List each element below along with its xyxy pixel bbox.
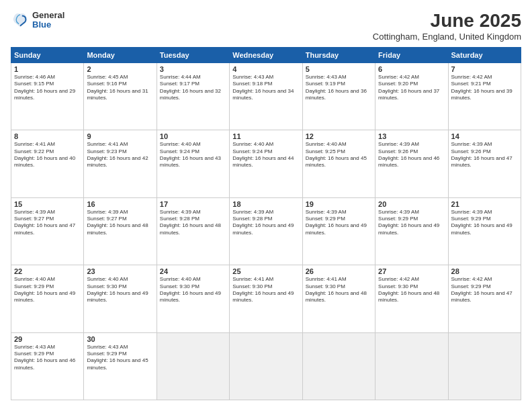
- logo-text: General Blue: [32, 11, 64, 30]
- day-number: 23: [87, 267, 153, 275]
- table-row: 29Sunrise: 4:43 AMSunset: 9:29 PMDayligh…: [11, 332, 84, 400]
- day-number: 21: [451, 200, 518, 208]
- table-row: 23Sunrise: 4:40 AMSunset: 9:30 PMDayligh…: [84, 265, 157, 332]
- location: Cottingham, England, United Kingdom: [373, 32, 521, 42]
- day-info: Sunrise: 4:39 AMSunset: 9:28 PMDaylight:…: [232, 209, 299, 237]
- table-row: [157, 332, 229, 400]
- day-info: Sunrise: 4:39 AMSunset: 9:27 PMDaylight:…: [14, 209, 81, 237]
- table-row: 1Sunrise: 4:46 AMSunset: 9:15 PMDaylight…: [11, 62, 84, 130]
- table-row: 10Sunrise: 4:40 AMSunset: 9:24 PMDayligh…: [157, 130, 229, 197]
- day-info: Sunrise: 4:42 AMSunset: 9:20 PMDaylight:…: [378, 74, 445, 102]
- table-row: 17Sunrise: 4:39 AMSunset: 9:28 PMDayligh…: [157, 197, 229, 265]
- day-number: 3: [160, 65, 226, 73]
- table-row: 30Sunrise: 4:43 AMSunset: 9:29 PMDayligh…: [84, 332, 157, 400]
- day-info: Sunrise: 4:39 AMSunset: 9:28 PMDaylight:…: [160, 209, 226, 237]
- day-number: 19: [306, 200, 372, 208]
- table-row: 20Sunrise: 4:39 AMSunset: 9:29 PMDayligh…: [375, 197, 448, 265]
- day-number: 11: [232, 132, 299, 140]
- day-number: 24: [160, 267, 226, 275]
- calendar-week-row: 29Sunrise: 4:43 AMSunset: 9:29 PMDayligh…: [11, 332, 521, 400]
- table-row: 27Sunrise: 4:42 AMSunset: 9:30 PMDayligh…: [375, 265, 448, 332]
- table-row: 14Sunrise: 4:39 AMSunset: 9:26 PMDayligh…: [448, 130, 521, 197]
- table-row: 24Sunrise: 4:40 AMSunset: 9:30 PMDayligh…: [157, 265, 229, 332]
- day-info: Sunrise: 4:40 AMSunset: 9:25 PMDaylight:…: [306, 141, 372, 169]
- day-info: Sunrise: 4:39 AMSunset: 9:26 PMDaylight:…: [378, 141, 445, 169]
- day-number: 22: [14, 267, 81, 275]
- day-number: 15: [14, 200, 81, 208]
- col-saturday: Saturday: [448, 47, 521, 62]
- table-row: 7Sunrise: 4:42 AMSunset: 9:21 PMDaylight…: [448, 62, 521, 130]
- table-row: 16Sunrise: 4:39 AMSunset: 9:27 PMDayligh…: [84, 197, 157, 265]
- day-info: Sunrise: 4:46 AMSunset: 9:15 PMDaylight:…: [14, 74, 81, 102]
- header-right: June 2025 Cottingham, England, United Ki…: [373, 11, 521, 42]
- day-info: Sunrise: 4:45 AMSunset: 9:16 PMDaylight:…: [87, 74, 153, 102]
- day-number: 1: [14, 65, 81, 73]
- col-friday: Friday: [375, 47, 448, 62]
- table-row: 15Sunrise: 4:39 AMSunset: 9:27 PMDayligh…: [11, 197, 84, 265]
- day-number: 26: [306, 267, 372, 275]
- col-sunday: Sunday: [11, 47, 84, 62]
- day-number: 27: [378, 267, 445, 275]
- table-row: [302, 332, 375, 400]
- table-row: [448, 332, 521, 400]
- table-row: 11Sunrise: 4:40 AMSunset: 9:24 PMDayligh…: [230, 130, 302, 197]
- day-number: 8: [14, 132, 81, 140]
- day-number: 25: [232, 267, 299, 275]
- day-number: 20: [378, 200, 445, 208]
- day-number: 9: [87, 132, 153, 140]
- table-row: 13Sunrise: 4:39 AMSunset: 9:26 PMDayligh…: [375, 130, 448, 197]
- day-info: Sunrise: 4:41 AMSunset: 9:30 PMDaylight:…: [232, 276, 299, 304]
- day-number: 29: [14, 335, 81, 343]
- day-number: 17: [160, 200, 226, 208]
- calendar-week-row: 22Sunrise: 4:40 AMSunset: 9:29 PMDayligh…: [11, 265, 521, 332]
- col-monday: Monday: [84, 47, 157, 62]
- col-wednesday: Wednesday: [230, 47, 302, 62]
- day-info: Sunrise: 4:40 AMSunset: 9:30 PMDaylight:…: [160, 276, 226, 304]
- day-info: Sunrise: 4:43 AMSunset: 9:29 PMDaylight:…: [87, 344, 153, 372]
- day-number: 4: [232, 65, 299, 73]
- day-number: 16: [87, 200, 153, 208]
- table-row: 8Sunrise: 4:41 AMSunset: 9:22 PMDaylight…: [11, 130, 84, 197]
- day-number: 18: [232, 200, 299, 208]
- table-row: 4Sunrise: 4:43 AMSunset: 9:18 PMDaylight…: [230, 62, 302, 130]
- day-info: Sunrise: 4:39 AMSunset: 9:29 PMDaylight:…: [306, 209, 372, 237]
- day-info: Sunrise: 4:43 AMSunset: 9:19 PMDaylight:…: [306, 74, 372, 102]
- table-row: 5Sunrise: 4:43 AMSunset: 9:19 PMDaylight…: [302, 62, 375, 130]
- col-thursday: Thursday: [302, 47, 375, 62]
- logo-blue: Blue: [32, 20, 64, 30]
- table-row: [375, 332, 448, 400]
- day-info: Sunrise: 4:42 AMSunset: 9:29 PMDaylight:…: [451, 276, 518, 304]
- day-info: Sunrise: 4:41 AMSunset: 9:23 PMDaylight:…: [87, 141, 153, 169]
- day-info: Sunrise: 4:41 AMSunset: 9:30 PMDaylight:…: [306, 276, 372, 304]
- logo: General Blue: [11, 11, 64, 30]
- table-row: 9Sunrise: 4:41 AMSunset: 9:23 PMDaylight…: [84, 130, 157, 197]
- day-number: 2: [87, 65, 153, 73]
- day-info: Sunrise: 4:40 AMSunset: 9:29 PMDaylight:…: [14, 276, 81, 304]
- day-number: 28: [451, 267, 518, 275]
- day-info: Sunrise: 4:40 AMSunset: 9:24 PMDaylight:…: [232, 141, 299, 169]
- day-number: 14: [451, 132, 518, 140]
- header: General Blue June 2025 Cottingham, Engla…: [11, 11, 521, 42]
- logo-icon: [11, 11, 30, 30]
- table-row: 25Sunrise: 4:41 AMSunset: 9:30 PMDayligh…: [230, 265, 302, 332]
- day-number: 13: [378, 132, 445, 140]
- page: General Blue June 2025 Cottingham, Engla…: [0, 0, 532, 411]
- day-info: Sunrise: 4:40 AMSunset: 9:30 PMDaylight:…: [87, 276, 153, 304]
- day-info: Sunrise: 4:40 AMSunset: 9:24 PMDaylight:…: [160, 141, 226, 169]
- day-info: Sunrise: 4:43 AMSunset: 9:29 PMDaylight:…: [14, 344, 81, 372]
- logo-general: General: [32, 11, 64, 20]
- table-row: [230, 332, 302, 400]
- table-row: 12Sunrise: 4:40 AMSunset: 9:25 PMDayligh…: [302, 130, 375, 197]
- day-info: Sunrise: 4:39 AMSunset: 9:26 PMDaylight:…: [451, 141, 518, 169]
- table-row: 26Sunrise: 4:41 AMSunset: 9:30 PMDayligh…: [302, 265, 375, 332]
- table-row: 6Sunrise: 4:42 AMSunset: 9:20 PMDaylight…: [375, 62, 448, 130]
- table-row: 18Sunrise: 4:39 AMSunset: 9:28 PMDayligh…: [230, 197, 302, 265]
- calendar-week-row: 1Sunrise: 4:46 AMSunset: 9:15 PMDaylight…: [11, 62, 521, 130]
- day-info: Sunrise: 4:39 AMSunset: 9:29 PMDaylight:…: [451, 209, 518, 237]
- day-number: 5: [306, 65, 372, 73]
- col-tuesday: Tuesday: [157, 47, 229, 62]
- table-row: 3Sunrise: 4:44 AMSunset: 9:17 PMDaylight…: [157, 62, 229, 130]
- day-info: Sunrise: 4:39 AMSunset: 9:29 PMDaylight:…: [378, 209, 445, 237]
- day-number: 7: [451, 65, 518, 73]
- table-row: 21Sunrise: 4:39 AMSunset: 9:29 PMDayligh…: [448, 197, 521, 265]
